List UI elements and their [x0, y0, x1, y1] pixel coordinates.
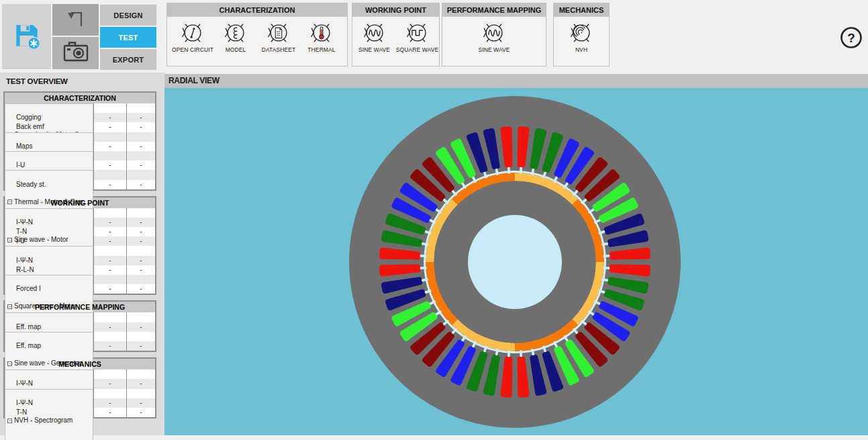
result-cell-2 — [126, 275, 155, 284]
collapse-icon[interactable]: - — [7, 200, 12, 204]
tree-group-row-model-motor[interactable]: -Model - Motor — [5, 132, 155, 142]
tree-group-row-thermal-motor-gen[interactable]: -Thermal - Motor & Gen... — [5, 170, 155, 179]
tree-item-row-steady-st[interactable]: Steady st.-- — [5, 180, 155, 189]
tab-export[interactable]: EXPORT — [100, 49, 156, 70]
result-cell-1 — [93, 275, 126, 284]
tree-group-row-nvh-working-point[interactable]: -NVH - Working Point — [5, 369, 155, 379]
row-label: T-N — [5, 408, 93, 417]
result-cell-1: - — [93, 256, 126, 265]
result-cell-1: - — [93, 113, 126, 122]
tree-group-row-square-wave-motor[interactable]: -Square wave - Motor — [5, 275, 155, 284]
tool-button-sine-wave[interactable]: SINE WAVE — [353, 19, 396, 53]
tree-item-row-i-ψ-n[interactable]: I-Ψ-N-- — [5, 256, 155, 265]
tree-item-row-i-u[interactable]: I-U-- — [5, 236, 155, 246]
tree-item-row-eff-map[interactable]: Eff. map-- — [5, 322, 155, 332]
tool-button-label: SINE WAVE — [358, 46, 390, 53]
tree-item-row-t-n[interactable]: T-N-- — [5, 408, 155, 417]
result-cell-2: - — [126, 113, 155, 122]
row-label: Eff. map — [5, 341, 93, 351]
row-label: I-U — [5, 236, 93, 246]
row-label: R-L-N — [5, 265, 93, 275]
collapse-icon[interactable]: - — [7, 419, 12, 423]
tab-design[interactable]: DESIGN — [100, 5, 156, 26]
result-cell-2: - — [126, 284, 155, 294]
tool-button-model[interactable]: MODEL — [214, 19, 257, 53]
row-label: I-Ψ-N — [5, 379, 93, 388]
collapse-icon[interactable]: - — [7, 304, 12, 309]
result-cell-2: - — [126, 180, 155, 189]
thermometer-icon — [309, 19, 334, 46]
test-table-working-point: WORKING POINT-Sine wave - MotorI-Ψ-N--T-… — [3, 196, 156, 296]
result-cell-2: - — [126, 122, 155, 132]
result-cell-1: - — [93, 227, 126, 236]
screenshot-button[interactable] — [52, 37, 99, 69]
result-cell-1 — [93, 369, 126, 379]
tree-item-row-i-u[interactable]: I-U-- — [5, 161, 155, 170]
radial-view-title: RADIAL VIEW — [164, 74, 868, 88]
result-cell-2: - — [126, 265, 155, 275]
tree-group-row-sine-wave-generator[interactable]: -Sine wave - Generator — [5, 246, 155, 255]
result-cell-1 — [93, 312, 126, 322]
group-title: PERFORMANCE MAPPING — [442, 3, 546, 17]
tool-button-datasheet[interactable]: DATASHEET — [257, 19, 300, 53]
square-icon — [405, 19, 430, 46]
radial-view-canvas[interactable] — [164, 88, 868, 435]
tool-button-open-circuit[interactable]: OPEN CIRCUIT — [171, 19, 214, 53]
tool-button-square-wave[interactable]: SQUARE WAVE — [396, 19, 439, 53]
tree-group-row-datasheet-motor[interactable]: -Datasheet - Motor — [5, 151, 155, 161]
undo-button[interactable] — [52, 4, 99, 36]
tool-button-sine-wave[interactable]: SINE WAVE — [473, 19, 516, 53]
nvh-icon — [569, 19, 594, 46]
tree-group-row-sine-wave-generator[interactable]: -Sine wave - Generator — [5, 332, 155, 341]
result-cell-1: - — [93, 218, 126, 227]
result-cell-1: - — [93, 180, 126, 189]
result-cell-1 — [93, 246, 126, 255]
tool-button-nvh[interactable]: NVH — [560, 19, 603, 53]
tree-item-row-back-emf[interactable]: Back emf-- — [5, 122, 155, 132]
tree-item-row-r-l-n[interactable]: R-L-N-- — [5, 265, 155, 275]
datasheet-icon — [266, 19, 291, 46]
result-cell-2: - — [126, 142, 155, 151]
save-button[interactable] — [2, 4, 51, 69]
sine-icon — [481, 19, 507, 46]
result-cell-2: - — [126, 408, 155, 417]
tree-group-row-nvh-spectrogram[interactable]: -NVH - Spectrogram — [5, 389, 155, 398]
shaft-bore — [468, 215, 562, 309]
tree-item-row-forced-i[interactable]: Forced I-- — [5, 284, 155, 294]
row-label: Forced I — [5, 284, 93, 294]
motor-cross-section — [340, 88, 689, 435]
camera-icon — [61, 37, 91, 69]
result-cell-2 — [126, 208, 155, 218]
tree-item-row-cogging[interactable]: Cogging-- — [5, 113, 155, 122]
tree-item-row-i-ψ-n[interactable]: I-Ψ-N-- — [5, 379, 155, 388]
tree-group-row-sine-wave-motor[interactable]: -Sine wave - Motor — [5, 312, 155, 322]
result-cell-1: - — [93, 322, 126, 332]
result-cell-1 — [93, 170, 126, 179]
toolbar-group-characterization: CHARACTERIZATION OPEN CIRCUIT MODEL DATA… — [166, 3, 348, 67]
tree-group-row-open-circuit-motor[interactable]: -Open circuit - Motor & ... — [5, 103, 155, 113]
coil-icon — [223, 19, 248, 46]
collapse-icon[interactable]: - — [7, 361, 12, 366]
svg-text:?: ? — [847, 31, 855, 45]
tab-test[interactable]: TEST — [100, 27, 156, 48]
save-floppy-icon — [11, 19, 43, 54]
tree-item-row-i-ψ-n[interactable]: I-Ψ-N-- — [5, 398, 155, 408]
tree-group-row-sine-wave-motor[interactable]: -Sine wave - Motor — [5, 208, 155, 218]
row-label: I-Ψ-N — [5, 218, 93, 227]
tool-button-label: SINE WAVE — [478, 46, 510, 53]
tree-item-row-i-ψ-n[interactable]: I-Ψ-N-- — [5, 218, 155, 227]
row-label: Steady st. — [5, 180, 93, 189]
tool-button-thermal[interactable]: THERMAL — [300, 19, 343, 53]
result-cell-2 — [126, 132, 155, 142]
test-table-characterization: CHARACTERIZATION-Open circuit - Motor & … — [3, 91, 156, 191]
group-title: MECHANICS — [554, 3, 609, 17]
result-cell-2: - — [126, 256, 155, 265]
tree-item-row-t-n[interactable]: T-N-- — [5, 227, 155, 236]
result-cell-2: - — [126, 161, 155, 170]
tree-item-row-eff-map[interactable]: Eff. map-- — [5, 341, 155, 351]
result-cell-1 — [93, 132, 126, 142]
table-section-title: CHARACTERIZATION — [5, 93, 155, 103]
result-cell-2 — [126, 369, 155, 379]
tree-item-row-maps[interactable]: Maps-- — [5, 142, 155, 151]
help-button[interactable]: ? — [839, 26, 863, 50]
